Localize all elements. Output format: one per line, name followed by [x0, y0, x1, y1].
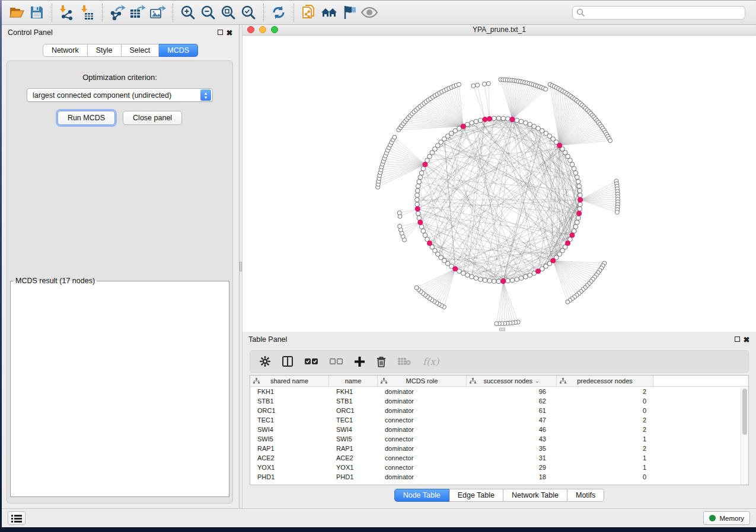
cell-successor-nodes[interactable]: 29 [467, 463, 557, 472]
table-row[interactable]: STB1STB1dominator620 [250, 396, 748, 406]
cell-MCDS-role[interactable]: dominator [378, 472, 467, 482]
close-panel-button[interactable]: ✖ [225, 28, 234, 37]
network-file-button[interactable] [299, 3, 319, 22]
unselect-all-button[interactable] [330, 358, 343, 365]
cell-shared-name[interactable]: STB1 [250, 396, 329, 406]
close-table-panel-button[interactable]: ✖ [742, 335, 751, 344]
close-panel-button-mcds[interactable]: Close panel [123, 111, 182, 125]
cell-shared-name[interactable]: TEC1 [250, 415, 329, 425]
cell-predecessor-nodes[interactable]: 1 [557, 463, 653, 472]
tab-node-table[interactable]: Node Table [394, 489, 449, 502]
splitter-handle-icon[interactable] [240, 262, 242, 271]
cell-predecessor-nodes[interactable]: 0 [557, 472, 653, 482]
add-column-button[interactable] [355, 357, 365, 367]
column-header-predecessor-nodes[interactable]: predecessor nodes [557, 376, 653, 386]
horizontal-splitter-handle-icon[interactable] [499, 328, 505, 331]
column-header-shared-name[interactable]: shared name [250, 376, 329, 386]
cell-MCDS-role[interactable]: dominator [378, 425, 467, 434]
annotation-flag-button[interactable] [339, 3, 359, 22]
export-table-button[interactable] [127, 3, 148, 22]
column-header-successor-nodes[interactable]: successor nodes⌄ [467, 376, 557, 386]
cell-shared-name[interactable]: YOX1 [250, 463, 329, 472]
cell-predecessor-nodes[interactable]: 0 [557, 406, 653, 415]
cell-name[interactable]: RAP1 [329, 444, 378, 453]
cell-shared-name[interactable]: RAP1 [250, 444, 329, 453]
column-header-MCDS-role[interactable]: MCDS role [378, 376, 467, 386]
zoom-in-button[interactable] [178, 3, 198, 22]
select-all-button[interactable] [305, 358, 318, 365]
import-network-button[interactable] [57, 3, 77, 22]
cell-name[interactable]: FKH1 [329, 387, 378, 396]
settings-gear-button[interactable] [260, 356, 270, 367]
sort-chevron-icon[interactable]: ⌄ [535, 378, 540, 384]
cell-predecessor-nodes[interactable]: 2 [557, 444, 653, 453]
refresh-button[interactable] [269, 3, 289, 22]
cell-MCDS-role[interactable]: dominator [378, 387, 467, 396]
cell-shared-name[interactable]: SWI5 [250, 434, 329, 444]
table-row[interactable]: ACE2ACE2connector311 [250, 453, 748, 463]
tab-mcds[interactable]: MCDS [159, 44, 198, 57]
table-row[interactable]: SWI4SWI4dominator462 [250, 425, 748, 434]
cell-MCDS-role[interactable]: connector [378, 434, 467, 444]
table-row[interactable]: PHD1PHD1dominator180 [250, 472, 748, 482]
cell-successor-nodes[interactable]: 62 [467, 396, 557, 406]
zoom-selected-button[interactable] [238, 3, 259, 22]
cell-name[interactable]: STB1 [329, 396, 378, 406]
cell-name[interactable]: PHD1 [329, 472, 378, 482]
cell-MCDS-role[interactable]: connector [378, 415, 467, 425]
network-window-titlebar[interactable]: YPA_prune.txt_1 [243, 25, 756, 36]
zoom-out-button[interactable] [198, 3, 218, 22]
cell-successor-nodes[interactable]: 61 [467, 406, 557, 415]
cell-MCDS-role[interactable]: dominator [378, 444, 467, 453]
network-canvas[interactable] [243, 36, 756, 332]
cell-successor-nodes[interactable]: 43 [467, 434, 557, 444]
task-history-button[interactable] [8, 511, 25, 525]
tab-network[interactable]: Network [43, 44, 88, 57]
tab-network-table[interactable]: Network Table [503, 489, 567, 502]
cell-name[interactable]: ACE2 [329, 453, 378, 463]
cell-shared-name[interactable]: ACE2 [250, 453, 329, 463]
table-scrollbar[interactable] [741, 387, 748, 485]
cell-name[interactable]: SWI5 [329, 434, 378, 444]
tab-style[interactable]: Style [88, 44, 122, 57]
delete-column-button[interactable] [377, 356, 386, 367]
cell-predecessor-nodes[interactable]: 2 [557, 415, 653, 425]
criterion-select[interactable]: largest connected component (undirected)… [27, 88, 213, 102]
cell-name[interactable]: SWI4 [329, 425, 378, 434]
cell-MCDS-role[interactable]: connector [378, 453, 467, 463]
export-image-button[interactable] [148, 3, 168, 22]
cell-shared-name[interactable]: ORC1 [250, 406, 329, 415]
table-row[interactable]: SWI5SWI5connector431 [250, 434, 748, 444]
cell-predecessor-nodes[interactable]: 1 [557, 434, 653, 444]
float-panel-button[interactable] [215, 29, 225, 36]
cell-successor-nodes[interactable]: 18 [467, 472, 557, 482]
zoom-fit-button[interactable] [218, 3, 238, 22]
cell-successor-nodes[interactable]: 35 [467, 444, 557, 453]
cell-successor-nodes[interactable]: 46 [467, 425, 557, 434]
cell-successor-nodes[interactable]: 47 [467, 415, 557, 425]
cell-successor-nodes[interactable]: 31 [467, 453, 557, 463]
table-row[interactable]: RAP1RAP1dominator352 [250, 444, 748, 453]
column-header-name[interactable]: name [329, 376, 378, 386]
cell-shared-name[interactable]: FKH1 [250, 387, 329, 396]
table-row[interactable]: FKH1FKH1dominator962 [250, 387, 748, 396]
cell-shared-name[interactable]: SWI4 [250, 425, 329, 434]
cell-predecessor-nodes[interactable]: 2 [557, 425, 653, 434]
memory-button[interactable]: Memory [703, 511, 750, 525]
cell-MCDS-role[interactable]: connector [378, 463, 467, 472]
export-network-button[interactable] [107, 3, 127, 22]
search-field[interactable] [572, 6, 745, 20]
table-row[interactable]: TEC1TEC1connector472 [250, 415, 748, 425]
home-networks-button[interactable] [319, 3, 339, 22]
save-session-button[interactable] [27, 3, 47, 22]
cell-predecessor-nodes[interactable]: 2 [557, 387, 653, 396]
cell-MCDS-role[interactable]: dominator [378, 396, 467, 406]
cell-predecessor-nodes[interactable]: 1 [557, 453, 653, 463]
show-columns-button[interactable] [282, 356, 293, 367]
table-row[interactable]: ORC1ORC1dominator610 [250, 406, 748, 415]
cell-name[interactable]: ORC1 [329, 406, 378, 415]
table-row[interactable]: YOX1YOX1connector291 [250, 463, 748, 472]
node-table[interactable]: shared namenameMCDS rolesuccessor nodes⌄… [250, 375, 749, 485]
run-mcds-button[interactable]: Run MCDS [58, 111, 115, 125]
search-input[interactable] [585, 8, 741, 17]
